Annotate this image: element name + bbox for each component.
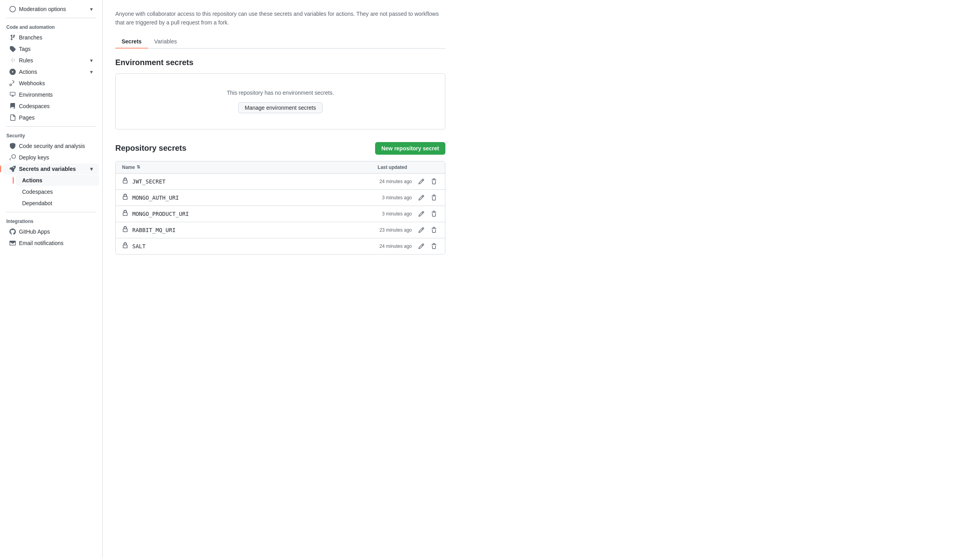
delete-secret-button[interactable]	[429, 242, 439, 250]
section-label-security: Security	[0, 130, 102, 140]
branch-icon	[9, 34, 16, 41]
edit-secret-button[interactable]	[417, 242, 426, 250]
sidebar-rules-label: Rules	[19, 57, 33, 64]
secret-name: JWT_SECRET	[122, 178, 349, 185]
secret-actions	[417, 210, 439, 218]
sidebar-item-pages[interactable]: Pages	[3, 112, 99, 123]
col-name-label: Name	[122, 165, 135, 170]
sidebar-item-deploy-keys[interactable]: Deploy keys	[3, 152, 99, 163]
sidebar-item-actions-sub[interactable]: Actions	[16, 175, 99, 186]
table-row: MONGO_PRODUCT_URI 3 minutes ago	[116, 206, 445, 222]
sidebar-item-codespaces[interactable]: Codespaces	[3, 101, 99, 112]
sidebar-divider-security	[6, 126, 96, 127]
sidebar-dependabot-sub-label: Dependabot	[22, 200, 52, 206]
secret-updated: 24 minutes ago	[349, 243, 412, 249]
secret-updated: 23 minutes ago	[349, 227, 412, 233]
sidebar-divider-top	[6, 18, 96, 18]
secret-updated: 24 minutes ago	[349, 179, 412, 184]
codespaces-icon	[9, 103, 16, 109]
table-header: Name ⇅ Last updated	[116, 161, 445, 174]
secret-name: MONGO_AUTH_URI	[122, 194, 349, 201]
section-label-code-automation: Code and automation	[0, 21, 102, 32]
sidebar-item-rules[interactable]: Rules ▾	[3, 55, 99, 66]
lock-icon	[122, 194, 128, 201]
tab-variables[interactable]: Variables	[148, 35, 183, 49]
secrets-icon	[9, 166, 16, 172]
secret-name: RABBIT_MQ_URI	[122, 226, 349, 234]
delete-secret-button[interactable]	[429, 194, 439, 202]
sidebar-github-apps-label: GitHub Apps	[19, 228, 50, 235]
sidebar-secrets-children: Actions Codespaces Dependabot	[16, 175, 102, 209]
manage-environment-secrets-button[interactable]: Manage environment secrets	[238, 102, 323, 113]
secret-actions	[417, 178, 439, 185]
sidebar-item-webhooks[interactable]: Webhooks	[3, 78, 99, 89]
sidebar-email-notifications-label: Email notifications	[19, 240, 64, 246]
sidebar-environments-label: Environments	[19, 92, 53, 98]
secret-actions	[417, 242, 439, 250]
sidebar-pages-label: Pages	[19, 114, 35, 121]
edit-secret-button[interactable]	[417, 178, 426, 185]
edit-secret-button[interactable]	[417, 226, 426, 234]
sidebar-item-secrets-and-variables[interactable]: Secrets and variables ▾	[3, 163, 99, 174]
secret-updated: 3 minutes ago	[349, 195, 412, 200]
new-repository-secret-button[interactable]: New repository secret	[375, 142, 445, 155]
sidebar-item-codespaces-sub[interactable]: Codespaces	[16, 186, 99, 197]
tag-icon	[9, 46, 16, 52]
sidebar-item-moderation-label: Moderation options	[19, 6, 66, 12]
lock-icon	[122, 226, 128, 234]
edit-secret-button[interactable]	[417, 194, 426, 202]
table-row: RABBIT_MQ_URI 23 minutes ago	[116, 222, 445, 238]
sidebar-code-security-label: Code security and analysis	[19, 143, 85, 149]
secret-actions	[417, 226, 439, 234]
secret-name-text: SALT	[132, 243, 146, 249]
repository-secrets-header: Repository secrets New repository secret	[115, 142, 445, 155]
main-description: Anyone with collaborator access to this …	[115, 9, 445, 27]
sidebar-item-actions[interactable]: Actions ▾	[3, 66, 99, 77]
table-row: SALT 24 minutes ago	[116, 238, 445, 254]
code-security-icon	[9, 143, 16, 149]
secret-name: MONGO_PRODUCT_URI	[122, 210, 349, 217]
deploy-key-icon	[9, 154, 16, 161]
sidebar-item-email-notifications[interactable]: Email notifications	[3, 238, 99, 249]
sidebar-item-moderation-options[interactable]: Moderation options ▾	[3, 4, 99, 15]
sidebar-deploy-keys-label: Deploy keys	[19, 154, 49, 161]
rules-icon	[9, 57, 16, 64]
sort-icon: ⇅	[137, 165, 140, 170]
sidebar-item-code-security[interactable]: Code security and analysis	[3, 140, 99, 152]
rules-chevron-icon: ▾	[90, 57, 93, 64]
webhook-icon	[9, 80, 16, 86]
environments-icon	[9, 92, 16, 98]
email-icon	[9, 240, 16, 246]
secret-name-text: JWT_SECRET	[132, 178, 165, 185]
github-apps-icon	[9, 228, 16, 235]
lock-icon	[122, 178, 128, 185]
sidebar-actions-label: Actions	[19, 69, 37, 75]
col-updated: Last updated	[344, 165, 407, 170]
secret-updated: 3 minutes ago	[349, 211, 412, 217]
delete-secret-button[interactable]	[429, 226, 439, 234]
main-content: Anyone with collaborator access to this …	[103, 0, 458, 558]
secrets-table: Name ⇅ Last updated JWT_SECRET 24 minute…	[115, 161, 445, 255]
secret-name-text: RABBIT_MQ_URI	[132, 227, 176, 233]
delete-secret-button[interactable]	[429, 178, 439, 185]
moderation-options-icon	[9, 6, 16, 12]
sidebar-item-branches[interactable]: Branches	[3, 32, 99, 43]
actions-icon	[9, 69, 16, 75]
sidebar-item-dependabot-sub[interactable]: Dependabot	[16, 198, 99, 209]
delete-secret-button[interactable]	[429, 210, 439, 218]
sidebar-secrets-label: Secrets and variables	[19, 166, 76, 172]
tab-secrets[interactable]: Secrets	[115, 35, 148, 49]
col-name: Name ⇅	[122, 165, 344, 170]
table-row: JWT_SECRET 24 minutes ago	[116, 174, 445, 190]
secret-actions	[417, 194, 439, 202]
environment-secrets-empty: This repository has no environment secre…	[115, 73, 445, 129]
sidebar-item-environments[interactable]: Environments	[3, 89, 99, 100]
sidebar-item-tags[interactable]: Tags	[3, 43, 99, 54]
section-label-integrations: Integrations	[0, 215, 102, 226]
sidebar-tags-label: Tags	[19, 46, 31, 52]
sidebar-item-github-apps[interactable]: GitHub Apps	[3, 226, 99, 237]
secrets-rows: JWT_SECRET 24 minutes ago	[116, 174, 445, 254]
chevron-down-icon: ▾	[90, 6, 93, 12]
table-row: MONGO_AUTH_URI 3 minutes ago	[116, 190, 445, 206]
edit-secret-button[interactable]	[417, 210, 426, 218]
